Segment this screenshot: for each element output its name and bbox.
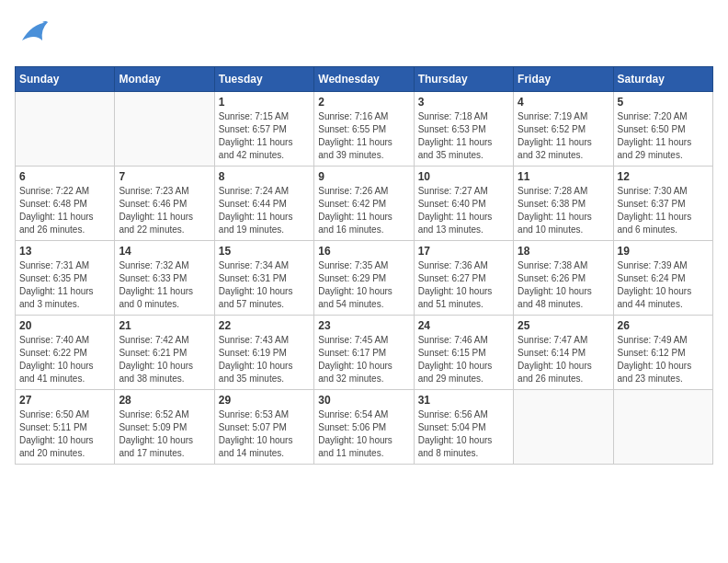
calendar-cell	[16, 92, 115, 167]
calendar-cell: 18Sunrise: 7:38 AM Sunset: 6:26 PM Dayli…	[514, 241, 613, 316]
calendar-cell: 2Sunrise: 7:16 AM Sunset: 6:55 PM Daylig…	[314, 92, 414, 167]
day-info: Sunrise: 7:47 AM Sunset: 6:14 PM Dayligh…	[518, 334, 609, 385]
day-number: 5	[618, 96, 709, 109]
day-info: Sunrise: 6:53 AM Sunset: 5:07 PM Dayligh…	[219, 408, 310, 460]
day-info: Sunrise: 6:50 AM Sunset: 5:11 PM Dayligh…	[19, 408, 110, 460]
calendar-cell	[514, 390, 613, 465]
calendar-body: 1Sunrise: 7:15 AM Sunset: 6:57 PM Daylig…	[16, 92, 713, 465]
calendar-cell: 12Sunrise: 7:30 AM Sunset: 6:37 PM Dayli…	[613, 167, 712, 241]
calendar-cell: 3Sunrise: 7:18 AM Sunset: 6:53 PM Daylig…	[414, 92, 513, 167]
day-number: 13	[19, 245, 110, 258]
day-info: Sunrise: 7:42 AM Sunset: 6:21 PM Dayligh…	[119, 334, 210, 385]
day-info: Sunrise: 7:38 AM Sunset: 6:26 PM Dayligh…	[518, 259, 609, 311]
day-info: Sunrise: 7:34 AM Sunset: 6:31 PM Dayligh…	[219, 259, 310, 311]
calendar-cell: 30Sunrise: 6:54 AM Sunset: 5:06 PM Dayli…	[314, 390, 414, 465]
calendar-cell: 8Sunrise: 7:24 AM Sunset: 6:44 PM Daylig…	[214, 167, 313, 241]
weekday-header-cell: Saturday	[613, 67, 712, 92]
calendar-cell: 14Sunrise: 7:32 AM Sunset: 6:33 PM Dayli…	[115, 241, 214, 316]
day-number: 3	[418, 96, 509, 109]
calendar-table: SundayMondayTuesdayWednesdayThursdayFrid…	[15, 66, 713, 465]
day-info: Sunrise: 7:27 AM Sunset: 6:40 PM Dayligh…	[418, 185, 509, 236]
calendar-cell: 26Sunrise: 7:49 AM Sunset: 6:12 PM Dayli…	[613, 316, 712, 390]
day-number: 7	[119, 170, 210, 183]
weekday-header-cell: Monday	[115, 67, 214, 92]
day-number: 14	[119, 245, 210, 258]
calendar-cell: 9Sunrise: 7:26 AM Sunset: 6:42 PM Daylig…	[314, 167, 414, 241]
calendar-cell: 16Sunrise: 7:35 AM Sunset: 6:29 PM Dayli…	[314, 241, 414, 316]
weekday-header-cell: Friday	[514, 67, 613, 92]
day-info: Sunrise: 7:28 AM Sunset: 6:38 PM Dayligh…	[518, 185, 609, 236]
day-info: Sunrise: 7:16 AM Sunset: 6:55 PM Dayligh…	[318, 110, 409, 162]
day-info: Sunrise: 7:39 AM Sunset: 6:24 PM Dayligh…	[618, 259, 709, 311]
day-info: Sunrise: 7:31 AM Sunset: 6:35 PM Dayligh…	[19, 259, 110, 311]
day-info: Sunrise: 6:56 AM Sunset: 5:04 PM Dayligh…	[418, 408, 509, 460]
calendar-cell: 13Sunrise: 7:31 AM Sunset: 6:35 PM Dayli…	[16, 241, 115, 316]
day-info: Sunrise: 6:54 AM Sunset: 5:06 PM Dayligh…	[318, 408, 409, 460]
calendar-cell: 6Sunrise: 7:22 AM Sunset: 6:48 PM Daylig…	[16, 167, 115, 241]
day-info: Sunrise: 7:24 AM Sunset: 6:44 PM Dayligh…	[219, 185, 310, 236]
calendar-cell: 17Sunrise: 7:36 AM Sunset: 6:27 PM Dayli…	[414, 241, 513, 316]
logo	[15, 15, 55, 55]
day-number: 23	[318, 319, 409, 332]
calendar-week-row: 1Sunrise: 7:15 AM Sunset: 6:57 PM Daylig…	[16, 92, 713, 167]
calendar-cell: 24Sunrise: 7:46 AM Sunset: 6:15 PM Dayli…	[414, 316, 513, 390]
calendar-cell: 4Sunrise: 7:19 AM Sunset: 6:52 PM Daylig…	[514, 92, 613, 167]
calendar-cell: 29Sunrise: 6:53 AM Sunset: 5:07 PM Dayli…	[214, 390, 313, 465]
day-info: Sunrise: 7:32 AM Sunset: 6:33 PM Dayligh…	[119, 259, 210, 311]
calendar-cell: 15Sunrise: 7:34 AM Sunset: 6:31 PM Dayli…	[214, 241, 313, 316]
day-number: 11	[518, 170, 609, 183]
day-number: 24	[418, 319, 509, 332]
day-number: 20	[19, 319, 110, 332]
day-info: Sunrise: 7:49 AM Sunset: 6:12 PM Dayligh…	[618, 334, 709, 385]
day-number: 6	[19, 170, 110, 183]
day-info: Sunrise: 7:45 AM Sunset: 6:17 PM Dayligh…	[318, 334, 409, 385]
day-info: Sunrise: 7:46 AM Sunset: 6:15 PM Dayligh…	[418, 334, 509, 385]
calendar-cell	[115, 92, 214, 167]
day-number: 30	[318, 394, 409, 407]
day-number: 1	[219, 96, 310, 109]
weekday-header-row: SundayMondayTuesdayWednesdayThursdayFrid…	[16, 67, 713, 92]
day-info: Sunrise: 7:26 AM Sunset: 6:42 PM Dayligh…	[318, 185, 409, 236]
day-number: 18	[518, 245, 609, 258]
calendar-cell: 31Sunrise: 6:56 AM Sunset: 5:04 PM Dayli…	[414, 390, 513, 465]
day-number: 16	[318, 245, 409, 258]
day-info: Sunrise: 7:19 AM Sunset: 6:52 PM Dayligh…	[518, 110, 609, 162]
day-number: 29	[219, 394, 310, 407]
calendar-week-row: 20Sunrise: 7:40 AM Sunset: 6:22 PM Dayli…	[16, 316, 713, 390]
day-number: 10	[418, 170, 509, 183]
calendar-cell: 11Sunrise: 7:28 AM Sunset: 6:38 PM Dayli…	[514, 167, 613, 241]
calendar-cell: 20Sunrise: 7:40 AM Sunset: 6:22 PM Dayli…	[16, 316, 115, 390]
calendar-cell: 28Sunrise: 6:52 AM Sunset: 5:09 PM Dayli…	[115, 390, 214, 465]
day-number: 9	[318, 170, 409, 183]
calendar-cell: 27Sunrise: 6:50 AM Sunset: 5:11 PM Dayli…	[16, 390, 115, 465]
day-number: 31	[418, 394, 509, 407]
calendar-cell: 21Sunrise: 7:42 AM Sunset: 6:21 PM Dayli…	[115, 316, 214, 390]
day-number: 17	[418, 245, 509, 258]
calendar-cell: 10Sunrise: 7:27 AM Sunset: 6:40 PM Dayli…	[414, 167, 513, 241]
day-info: Sunrise: 7:20 AM Sunset: 6:50 PM Dayligh…	[618, 110, 709, 162]
day-info: Sunrise: 7:43 AM Sunset: 6:19 PM Dayligh…	[219, 334, 310, 385]
weekday-header-cell: Thursday	[414, 67, 513, 92]
day-number: 27	[19, 394, 110, 407]
calendar-week-row: 13Sunrise: 7:31 AM Sunset: 6:35 PM Dayli…	[16, 241, 713, 316]
day-number: 22	[219, 319, 310, 332]
day-info: Sunrise: 7:35 AM Sunset: 6:29 PM Dayligh…	[318, 259, 409, 311]
day-number: 21	[119, 319, 210, 332]
day-info: Sunrise: 7:36 AM Sunset: 6:27 PM Dayligh…	[418, 259, 509, 311]
day-info: Sunrise: 7:18 AM Sunset: 6:53 PM Dayligh…	[418, 110, 509, 162]
day-number: 4	[518, 96, 609, 109]
day-info: Sunrise: 7:15 AM Sunset: 6:57 PM Dayligh…	[219, 110, 310, 162]
calendar-cell: 22Sunrise: 7:43 AM Sunset: 6:19 PM Dayli…	[214, 316, 313, 390]
day-number: 26	[618, 319, 709, 332]
weekday-header-cell: Sunday	[16, 67, 115, 92]
logo-icon	[15, 15, 51, 55]
calendar-cell: 23Sunrise: 7:45 AM Sunset: 6:17 PM Dayli…	[314, 316, 414, 390]
calendar-cell	[613, 390, 712, 465]
calendar-week-row: 27Sunrise: 6:50 AM Sunset: 5:11 PM Dayli…	[16, 390, 713, 465]
calendar-cell: 19Sunrise: 7:39 AM Sunset: 6:24 PM Dayli…	[613, 241, 712, 316]
day-number: 25	[518, 319, 609, 332]
page-header	[15, 15, 713, 55]
day-number: 12	[618, 170, 709, 183]
day-number: 2	[318, 96, 409, 109]
day-info: Sunrise: 7:22 AM Sunset: 6:48 PM Dayligh…	[19, 185, 110, 236]
